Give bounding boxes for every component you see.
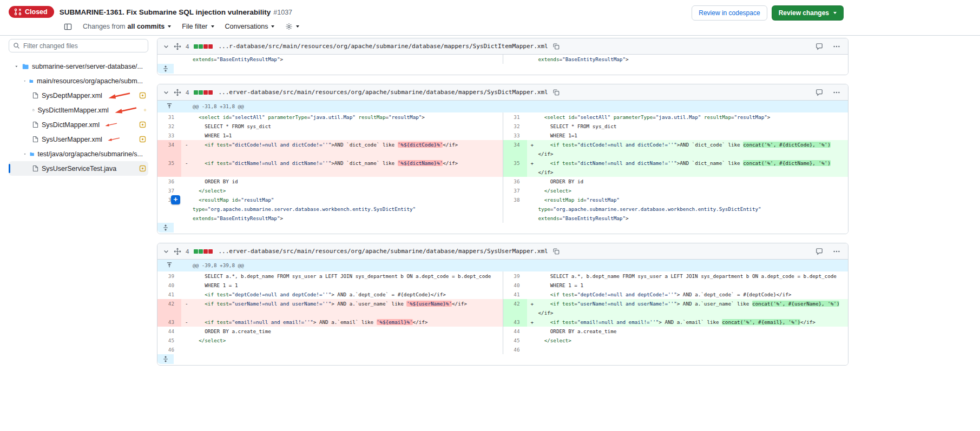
code-line[interactable]: - <if test="dictCode!=null and dictCode!… <box>181 140 503 158</box>
copy-path-button[interactable] <box>553 89 560 96</box>
code-line[interactable]: ORDER BY id <box>181 177 503 186</box>
line-number[interactable]: 41 <box>157 290 181 299</box>
code-line[interactable]: SELECT * FROM sys_dict <box>527 122 849 131</box>
line-number[interactable]: 45 <box>157 336 181 345</box>
changes-from-menu[interactable]: Changes from all commits <box>83 23 171 30</box>
line-number[interactable]: 33 <box>503 131 527 140</box>
collapse-file-button[interactable] <box>163 89 169 96</box>
line-number[interactable]: 31 <box>157 112 181 122</box>
line-number[interactable]: 34 <box>157 140 181 158</box>
tree-file-sysuserservicetest-java[interactable]: SysUserServiceTest.java <box>9 161 148 176</box>
tree-folder-submarine-server-server-database[interactable]: submarine-server/server-database/... <box>9 59 148 74</box>
code-line[interactable]: - <if test="dictName!=null and dictName!… <box>181 158 503 177</box>
diff-settings-menu[interactable] <box>285 23 299 30</box>
line-number[interactable]: 44 <box>157 327 181 336</box>
code-line[interactable] <box>181 345 503 354</box>
line-number[interactable]: 31 <box>503 112 527 122</box>
line-number[interactable]: 37 <box>157 186 181 195</box>
add-comment-button[interactable]: + <box>171 195 180 204</box>
code-line[interactable]: SELECT * FROM sys_dict <box>181 122 503 131</box>
line-number[interactable]: 40 <box>157 281 181 290</box>
line-number[interactable]: 35 <box>503 158 527 177</box>
copy-path-button[interactable] <box>553 248 560 255</box>
code-line[interactable]: </select> <box>527 186 849 195</box>
review-changes-button[interactable]: Review changes <box>772 5 844 21</box>
conversations-menu[interactable]: Conversations <box>225 23 275 30</box>
code-line[interactable]: - <if test="email!=null and email!=''"> … <box>181 317 503 327</box>
line-number[interactable]: 36 <box>503 177 527 186</box>
tree-file-sysdictmapper-xml[interactable]: SysDictMapper.xml <box>9 117 148 132</box>
line-number[interactable]: 45 <box>503 336 527 345</box>
code-line[interactable]: ORDER BY id <box>527 177 849 186</box>
line-number[interactable]: 39 <box>503 271 527 281</box>
code-line[interactable]: </select> <box>181 336 503 345</box>
line-number[interactable]: 42 <box>157 299 181 317</box>
line-number[interactable]: 43 <box>157 317 181 327</box>
comment-button[interactable] <box>815 248 823 255</box>
code-line[interactable]: - <if test="userName!=null and userName!… <box>181 299 503 317</box>
line-number[interactable]: 41 <box>503 290 527 299</box>
code-line[interactable]: <select id="selectAll" parameterType="ja… <box>181 112 503 122</box>
tree-file-sysdictitemmapper-xml[interactable]: SysDictItemMapper.xml <box>9 103 148 117</box>
drag-handle-icon[interactable] <box>174 43 181 50</box>
line-number[interactable]: 44 <box>503 327 527 336</box>
file-menu-button[interactable] <box>833 248 840 255</box>
code-line[interactable]: WHERE 1 = 1 <box>527 281 849 290</box>
code-line[interactable]: <if test="deptCode!=null and deptCode!='… <box>527 290 849 299</box>
line-number[interactable]: 46 <box>157 345 181 354</box>
line-number[interactable] <box>503 55 527 64</box>
code-line[interactable]: ORDER BY a.create_time <box>181 327 503 336</box>
file-filter-input[interactable] <box>9 39 148 52</box>
code-line[interactable]: + <if test="dictName!=null and dictName!… <box>527 158 849 177</box>
code-line[interactable]: ORDER BY a.create_time <box>527 327 849 336</box>
file-menu-button[interactable] <box>833 43 840 50</box>
code-line[interactable]: SELECT a.*, b.dept_name FROM sys_user a … <box>181 271 503 281</box>
code-line[interactable]: + <if test="dictCode!=null and dictCode!… <box>527 140 849 158</box>
line-number[interactable]: 46 <box>503 345 527 354</box>
code-line[interactable]: extends="BaseEntityResultMap"> <box>527 55 849 64</box>
line-number[interactable]: 40 <box>503 281 527 290</box>
code-line[interactable]: <select id="selectAll" parameterType="ja… <box>527 112 849 122</box>
line-number[interactable]: 37 <box>503 186 527 195</box>
expand-down-button[interactable] <box>157 354 174 364</box>
toggle-file-tree-button[interactable] <box>64 23 72 31</box>
line-number[interactable]: 43 <box>503 317 527 327</box>
line-number[interactable]: 39 <box>157 271 181 281</box>
line-number[interactable]: 42 <box>503 299 527 317</box>
expand-hunk-up-button[interactable] <box>157 101 181 112</box>
line-number[interactable]: 32 <box>503 122 527 131</box>
drag-handle-icon[interactable] <box>174 248 181 255</box>
line-number[interactable]: 34 <box>503 140 527 158</box>
tree-file-sysusermapper-xml[interactable]: SysUserMapper.xml <box>9 132 148 147</box>
expand-down-button[interactable] <box>157 223 174 233</box>
code-line[interactable]: + <resultMap id="resultMap" type="org.ap… <box>181 195 503 223</box>
tree-folder-main-resources-org-apache-subm[interactable]: main/resources/org/apache/subm... <box>9 74 148 88</box>
file-filter-menu[interactable]: File filter <box>182 23 214 30</box>
collapse-file-button[interactable] <box>163 248 169 255</box>
file-menu-button[interactable] <box>833 89 840 96</box>
code-line[interactable]: + <if test="userName!=null and userName!… <box>527 299 849 317</box>
comment-button[interactable] <box>815 89 823 96</box>
comment-button[interactable] <box>815 43 823 50</box>
code-line[interactable]: WHERE 1=1 <box>181 131 503 140</box>
copy-path-button[interactable] <box>553 43 560 50</box>
code-line[interactable]: </select> <box>527 336 849 345</box>
code-line[interactable] <box>527 345 849 354</box>
code-line[interactable]: WHERE 1 = 1 <box>181 281 503 290</box>
expand-hunk-up-button[interactable] <box>157 260 181 271</box>
collapse-file-button[interactable] <box>163 43 169 50</box>
line-number[interactable]: 32 <box>157 122 181 131</box>
review-in-codespace-button[interactable]: Review in codespace <box>692 5 767 21</box>
line-number[interactable]: 33 <box>157 131 181 140</box>
code-line[interactable]: <if test="deptCode!=null and deptCode!='… <box>181 290 503 299</box>
line-number[interactable]: 38 <box>503 195 527 223</box>
drag-handle-icon[interactable] <box>174 89 181 96</box>
code-line[interactable]: WHERE 1=1 <box>527 131 849 140</box>
tree-folder-test-java-org-apache-submarine-s[interactable]: test/java/org/apache/submarine/s... <box>9 147 148 161</box>
line-number[interactable] <box>157 55 181 64</box>
code-line[interactable]: <resultMap id="resultMap" type="org.apac… <box>527 195 849 223</box>
code-line[interactable]: + <if test="email!=null and email!=''"> … <box>527 317 849 327</box>
expand-down-button[interactable] <box>157 64 174 74</box>
line-number[interactable]: 36 <box>157 177 181 186</box>
line-number[interactable]: 35 <box>157 158 181 177</box>
